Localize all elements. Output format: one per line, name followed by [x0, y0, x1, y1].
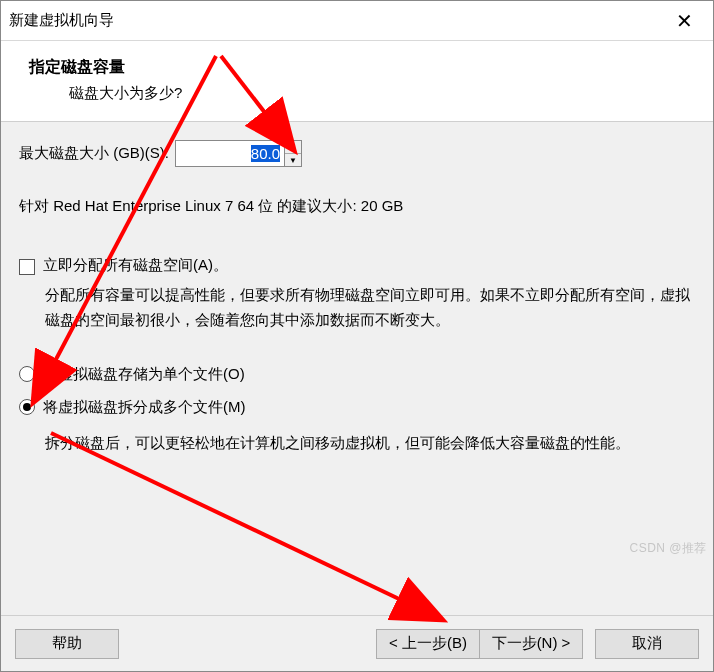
wizard-dialog: 新建虚拟机向导 ✕ 指定磁盘容量 磁盘大小为多少? 最大磁盘大小 (GB)(S)… — [0, 0, 714, 672]
allocate-now-checkbox[interactable] — [19, 259, 35, 275]
recommended-size-text: 针对 Red Hat Enterprise Linux 7 64 位 的建议大小… — [19, 197, 695, 216]
close-icon[interactable]: ✕ — [666, 5, 703, 37]
page-subtitle: 磁盘大小为多少? — [29, 84, 693, 103]
store-single-row: 将虚拟磁盘存储为单个文件(O) — [19, 365, 695, 384]
store-split-label[interactable]: 将虚拟磁盘拆分成多个文件(M) — [43, 398, 246, 417]
back-button[interactable]: < 上一步(B) — [376, 629, 480, 659]
allocate-now-description: 分配所有容量可以提高性能，但要求所有物理磁盘空间立即可用。如果不立即分配所有空间… — [19, 283, 695, 333]
store-single-label[interactable]: 将虚拟磁盘存储为单个文件(O) — [43, 365, 245, 384]
titlebar: 新建虚拟机向导 ✕ — [1, 1, 713, 41]
watermark-text: CSDN @推荐 — [629, 540, 707, 557]
store-split-description: 拆分磁盘后，可以更轻松地在计算机之间移动虚拟机，但可能会降低大容量磁盘的性能。 — [19, 431, 695, 456]
next-button[interactable]: 下一步(N) > — [479, 629, 583, 659]
disk-size-row: 最大磁盘大小 (GB)(S): ▲ ▼ — [19, 140, 695, 167]
cancel-button[interactable]: 取消 — [595, 629, 699, 659]
page-title: 指定磁盘容量 — [29, 57, 693, 78]
disk-size-label: 最大磁盘大小 (GB)(S): — [19, 144, 169, 163]
store-split-row: 将虚拟磁盘拆分成多个文件(M) — [19, 398, 695, 417]
store-single-radio[interactable] — [19, 366, 35, 382]
disk-size-input[interactable] — [176, 141, 284, 166]
allocate-now-row: 立即分配所有磁盘空间(A)。 — [19, 256, 695, 275]
footer: 帮助 < 上一步(B) 下一步(N) > 取消 — [1, 615, 713, 671]
header-panel: 指定磁盘容量 磁盘大小为多少? — [1, 41, 713, 122]
help-button[interactable]: 帮助 — [15, 629, 119, 659]
spin-up-icon[interactable]: ▲ — [285, 141, 301, 154]
window-title: 新建虚拟机向导 — [9, 11, 114, 30]
spin-down-icon[interactable]: ▼ — [285, 154, 301, 166]
store-split-radio[interactable] — [19, 399, 35, 415]
allocate-now-label[interactable]: 立即分配所有磁盘空间(A)。 — [43, 256, 228, 275]
spin-buttons: ▲ ▼ — [284, 141, 301, 166]
disk-size-spinbox[interactable]: ▲ ▼ — [175, 140, 302, 167]
content-area: 最大磁盘大小 (GB)(S): ▲ ▼ 针对 Red Hat Enterpris… — [1, 122, 713, 615]
